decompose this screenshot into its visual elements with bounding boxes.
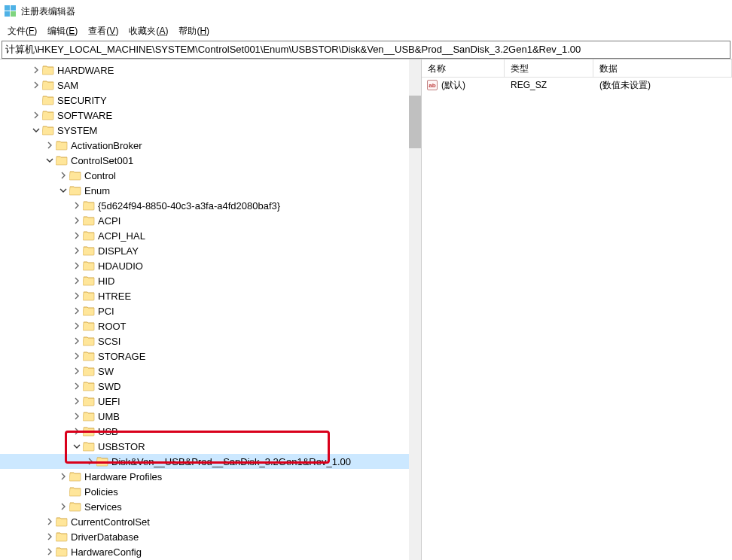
tree-item[interactable]: ACPI_HAL: [0, 228, 421, 243]
tree-item[interactable]: UMB: [0, 409, 421, 424]
folder-icon: [42, 95, 54, 105]
registry-tree[interactable]: HARDWARESAMSECURITYSOFTWARESYSTEMActivat…: [0, 59, 421, 560]
tree-item-label: HID: [98, 275, 114, 287]
value-type-cell: REG_SZ: [505, 78, 593, 92]
chevron-right-icon[interactable]: [72, 246, 81, 255]
tree-item[interactable]: Enum: [0, 183, 421, 198]
chevron-right-icon[interactable]: [45, 547, 54, 556]
menu-edit[interactable]: 编辑(E): [47, 25, 78, 38]
chevron-right-icon[interactable]: [59, 171, 68, 180]
chevron-right-icon[interactable]: [32, 81, 41, 90]
folder-icon: [42, 80, 54, 90]
chevron-right-icon[interactable]: [72, 276, 81, 285]
column-name[interactable]: 名称: [422, 59, 505, 77]
chevron-right-icon[interactable]: [86, 457, 95, 466]
folder-icon: [83, 200, 95, 211]
svg-rect-2: [5, 11, 10, 17]
chevron-right-icon[interactable]: [72, 261, 81, 270]
tree-item[interactable]: SWD: [0, 379, 421, 394]
chevron-right-icon[interactable]: [72, 382, 81, 391]
tree-item[interactable]: DriverDatabase: [0, 529, 421, 544]
tree-item[interactable]: SECURITY: [0, 93, 421, 108]
value-name-text: (默认): [441, 79, 465, 92]
values-header[interactable]: 名称 类型 数据: [422, 59, 732, 78]
column-data[interactable]: 数据: [593, 59, 732, 77]
tree-item[interactable]: STORAGE: [0, 348, 421, 364]
chevron-down-icon[interactable]: [32, 126, 41, 135]
tree-item[interactable]: SCSI: [0, 333, 421, 348]
column-type[interactable]: 类型: [505, 59, 593, 77]
chevron-right-icon[interactable]: [32, 111, 41, 120]
menu-view[interactable]: 查看(V): [88, 25, 118, 38]
tree-item[interactable]: ACPI: [0, 213, 421, 228]
tree-item-label: HTREE: [98, 291, 131, 302]
chevron-down-icon[interactable]: [45, 156, 54, 165]
chevron-right-icon[interactable]: [59, 502, 68, 511]
tree-scrollbar[interactable]: [409, 59, 421, 560]
chevron-right-icon[interactable]: [72, 352, 81, 361]
chevron-right-icon[interactable]: [72, 321, 81, 330]
menu-help[interactable]: 帮助(H): [178, 25, 209, 38]
tree-scrollbar-thumb[interactable]: [409, 96, 421, 148]
tree-item[interactable]: PCI: [0, 303, 421, 318]
tree-item[interactable]: HTREE: [0, 288, 421, 303]
chevron-right-icon[interactable]: [59, 472, 68, 481]
chevron-down-icon[interactable]: [72, 442, 81, 451]
chevron-right-icon[interactable]: [72, 291, 81, 300]
tree-item[interactable]: Disk&Ven__USB&Prod__SanDisk_3.2Gen1&Rev_…: [0, 454, 421, 469]
tree-item[interactable]: HardwareConfig: [0, 544, 421, 559]
tree-item[interactable]: Services: [0, 499, 421, 514]
tree-item[interactable]: SYSTEM: [0, 123, 421, 138]
tree-item[interactable]: ROOT: [0, 318, 421, 333]
chevron-right-icon[interactable]: [45, 532, 54, 541]
chevron-down-icon[interactable]: [59, 186, 68, 195]
menubar: 文件(F) 编辑(E) 查看(V) 收藏夹(A) 帮助(H): [0, 23, 732, 39]
tree-item[interactable]: SAM: [0, 78, 421, 93]
folder-icon: [83, 336, 95, 346]
chevron-right-icon[interactable]: [72, 216, 81, 225]
tree-item[interactable]: Policies: [0, 484, 421, 499]
chevron-right-icon[interactable]: [45, 517, 54, 526]
tree-item[interactable]: ActivationBroker: [0, 138, 421, 153]
chevron-right-icon[interactable]: [72, 427, 81, 436]
tree-item-label: ControlSet001: [71, 155, 133, 166]
chevron-right-icon[interactable]: [45, 141, 54, 150]
chevron-right-icon[interactable]: [72, 367, 81, 376]
tree-item[interactable]: HARDWARE: [0, 62, 421, 78]
tree-item[interactable]: SW: [0, 364, 421, 379]
folder-icon: [42, 65, 54, 75]
tree-item[interactable]: Control: [0, 168, 421, 183]
tree-item[interactable]: {5d624f94-8850-40c3-a3fa-a4fd2080baf3}: [0, 198, 421, 213]
menu-file[interactable]: 文件(F): [8, 25, 37, 38]
address-bar[interactable]: 计算机\HKEY_LOCAL_MACHINE\SYSTEM\ControlSet…: [2, 41, 730, 59]
folder-icon: [83, 411, 95, 422]
menu-favorites[interactable]: 收藏夹(A): [129, 25, 168, 38]
tree-item[interactable]: USBSTOR: [0, 439, 421, 454]
tree-item[interactable]: Hardware Profiles: [0, 469, 421, 484]
values-rows: ab(默认)REG_SZ(数值未设置): [422, 78, 732, 93]
folder-icon: [83, 245, 95, 256]
value-row[interactable]: ab(默认)REG_SZ(数值未设置): [422, 78, 732, 93]
tree-item[interactable]: HID: [0, 273, 421, 288]
tree-item[interactable]: DISPLAY: [0, 243, 421, 258]
tree-item[interactable]: SOFTWARE: [0, 108, 421, 123]
chevron-right-icon[interactable]: [72, 336, 81, 345]
chevron-right-icon[interactable]: [72, 412, 81, 421]
tree-item[interactable]: HDAUDIO: [0, 258, 421, 273]
tree-item[interactable]: CurrentControlSet: [0, 514, 421, 529]
chevron-right-icon[interactable]: [72, 397, 81, 406]
tree-item-label: SOFTWARE: [57, 110, 112, 121]
tree-item[interactable]: UEFI: [0, 394, 421, 409]
tree-item[interactable]: ControlSet001: [0, 153, 421, 168]
chevron-right-icon[interactable]: [72, 201, 81, 210]
chevron-right-icon[interactable]: [32, 65, 41, 75]
tree-item-label: HARDWARE: [57, 65, 114, 76]
tree-item[interactable]: USB: [0, 424, 421, 439]
chevron-right-icon[interactable]: [72, 306, 81, 315]
folder-icon: [56, 155, 68, 166]
folder-icon: [83, 230, 95, 241]
chevron-right-icon[interactable]: [72, 231, 81, 240]
tree-item-label: ACPI: [98, 215, 120, 227]
tree-item-label: SECURITY: [57, 95, 107, 106]
tree-panel: HARDWARESAMSECURITYSOFTWARESYSTEMActivat…: [0, 59, 422, 560]
